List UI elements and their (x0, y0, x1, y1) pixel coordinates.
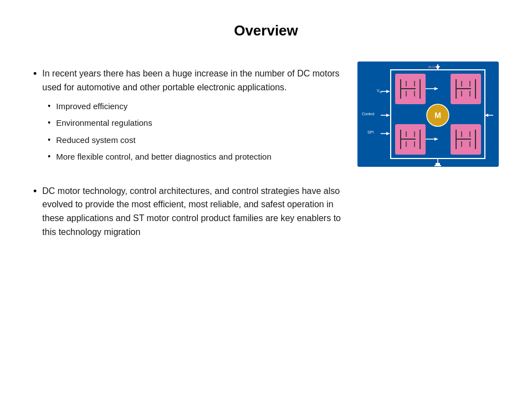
h-bridge-diagram: M (357, 62, 499, 249)
svg-text:SPI: SPI (367, 130, 374, 134)
svg-text:BLDC: BLDC (428, 65, 438, 69)
svg-text:M: M (434, 111, 441, 120)
sub-bullet-0-text: Improved efficiency (56, 100, 127, 113)
circuit-diagram-svg: M (357, 62, 499, 167)
svg-rect-6 (434, 165, 441, 166)
sub-dot-2: • (48, 135, 50, 144)
main-bullet-2-text: DC motor technology, control architectur… (42, 185, 341, 239)
main-bullet-1: • In recent years there has been a huge … (33, 67, 341, 168)
page-title: Overview (33, 22, 499, 39)
bullet-dot-2: • (33, 186, 37, 197)
slide: Overview • In recent years there has bee… (0, 0, 532, 399)
sub-dot-1: • (48, 118, 50, 127)
sub-dot-3: • (48, 152, 50, 161)
sub-bullet-3-text: More flexible control, and better diagno… (56, 151, 272, 163)
text-content: • In recent years there has been a huge … (33, 67, 341, 249)
svg-text:Control: Control (362, 112, 375, 116)
sub-bullet-2-text: Reduced system cost (56, 134, 135, 147)
sub-bullets-list: • Improved efficiency • Environmental re… (48, 100, 341, 163)
bullet-dot-1: • (33, 68, 37, 80)
sub-dot-0: • (48, 101, 50, 110)
main-bullet-2: • DC motor technology, control architect… (33, 185, 341, 239)
sub-bullet-0: • Improved efficiency (48, 100, 341, 113)
sub-bullet-3: • More flexible control, and better diag… (48, 151, 341, 163)
main-bullet-1-text: In recent years there has been a huge in… (42, 69, 339, 92)
sub-bullet-1-text: Environmental regulations (56, 117, 152, 130)
content-area: • In recent years there has been a huge … (33, 67, 499, 249)
sub-bullet-1: • Environmental regulations (48, 117, 341, 130)
svg-rect-5 (436, 163, 440, 165)
sub-bullet-2: • Reduced system cost (48, 134, 341, 147)
